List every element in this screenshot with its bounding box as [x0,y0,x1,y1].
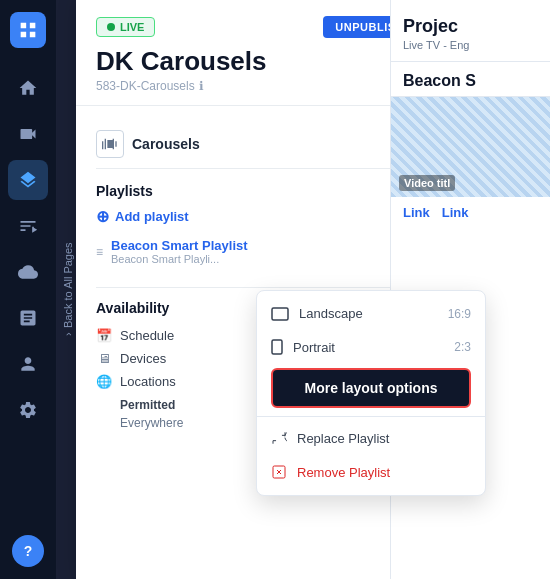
schedule-label: Schedule [120,328,174,343]
sidebar-item-users[interactable] [8,344,48,384]
live-label: LIVE [120,21,144,33]
settings-icon [18,400,38,420]
back-to-pages[interactable]: › Back to All Pages [62,0,74,579]
page-title: DK Carousels [96,46,267,77]
app-logo[interactable] [10,12,46,48]
panel-subtitle: 583-DK-Carousels ℹ [96,79,416,93]
sidebar-item-home[interactable] [8,68,48,108]
playlist-icon [18,216,38,236]
more-layout-button[interactable]: More layout options [271,368,471,408]
plus-icon: ⊕ [96,207,109,226]
calendar-icon: 📅 [96,328,112,343]
right-panel-links: Link Link [391,197,550,228]
sidebar-item-settings[interactable] [8,390,48,430]
cloud-icon [18,262,38,282]
drag-icon: ≡ [96,245,103,259]
svg-rect-1 [272,340,282,354]
chevron-left-icon: › [62,332,74,336]
locations-label: Locations [120,374,176,389]
help-button[interactable]: ? [12,535,44,567]
replace-label: Replace Playlist [297,431,390,446]
sidebar-bottom: ? [12,535,44,567]
dropdown-menu: Landscape 16:9 Portrait 2:3 More layout … [256,290,486,496]
link-1[interactable]: Link [403,205,430,220]
right-panel-thumbnail: Video titl [391,97,550,197]
remove-label: Remove Playlist [297,465,390,480]
live-badge: LIVE [96,17,155,37]
portrait-ratio: 2:3 [454,340,471,354]
analytics-icon [18,308,38,328]
layers-icon [18,170,38,190]
playlists-section: Playlists ⊕ Add playlist ≡ Beacon Smart … [96,183,416,271]
users-icon [18,354,38,374]
divider [257,416,485,417]
carousel-icon [96,130,124,158]
dropdown-portrait[interactable]: Portrait 2:3 [257,330,485,364]
playlist-item: ≡ Beacon Smart Playlist Beacon Smart Pla… [96,232,416,271]
permitted-label: Permitted [120,398,175,412]
video-icon [18,124,38,144]
section-type-row: Carousels [96,120,416,169]
info-icon: ℹ [199,79,204,93]
dropdown-replace[interactable]: Replace Playlist [257,421,485,455]
sidebar-item-analytics[interactable] [8,298,48,338]
back-label: Back to All Pages [62,243,74,329]
playlist-name[interactable]: Beacon Smart Playlist [111,238,395,253]
sidebar-nav [8,68,48,535]
playlist-sub: Beacon Smart Playli... [111,253,395,265]
right-panel-header: Projec Live TV - Eng [391,0,550,62]
svg-rect-0 [272,308,288,320]
home-icon [18,78,38,98]
sidebar-item-layers[interactable] [8,160,48,200]
landscape-label: Landscape [299,306,363,321]
replace-icon [271,430,287,446]
beacon-logo-icon [17,19,39,41]
globe-icon: 🌐 [96,374,112,389]
permitted-value: Everywhere [120,416,183,430]
landscape-ratio: 16:9 [448,307,471,321]
remove-icon [271,464,287,480]
playlists-title: Playlists [96,183,416,199]
status-row: LIVE UNPUBLISH [96,16,416,38]
sidebar-item-playlist[interactable] [8,206,48,246]
right-panel-subtitle: Live TV - Eng [403,39,538,51]
landscape-icon [271,307,289,321]
portrait-icon [271,339,283,355]
sidebar: ? [0,0,56,579]
right-panel-title: Projec [403,16,538,37]
portrait-label: Portrait [293,340,335,355]
main-content: › Back to All Pages LIVE UNPUBLISH DK Ca… [56,0,550,579]
dropdown-landscape[interactable]: Landscape 16:9 [257,297,485,330]
devices-icon: 🖥 [96,351,112,366]
section-type-label: Carousels [132,136,200,152]
dropdown-remove[interactable]: Remove Playlist [257,455,485,489]
panel-title: DK Carousels ⚙ [96,46,416,77]
subtitle-text: 583-DK-Carousels [96,79,195,93]
add-playlist-button[interactable]: ⊕ Add playlist [96,207,416,226]
right-panel-section-title: Beacon S [391,62,550,97]
sidebar-item-video[interactable] [8,114,48,154]
live-indicator [107,23,115,31]
link-2[interactable]: Link [442,205,469,220]
sidebar-item-cloud[interactable] [8,252,48,292]
devices-label: Devices [120,351,166,366]
add-playlist-label: Add playlist [115,209,189,224]
video-title-label: Video titl [399,175,455,191]
panel-header: LIVE UNPUBLISH DK Carousels ⚙ 583-DK-Car… [76,0,436,106]
